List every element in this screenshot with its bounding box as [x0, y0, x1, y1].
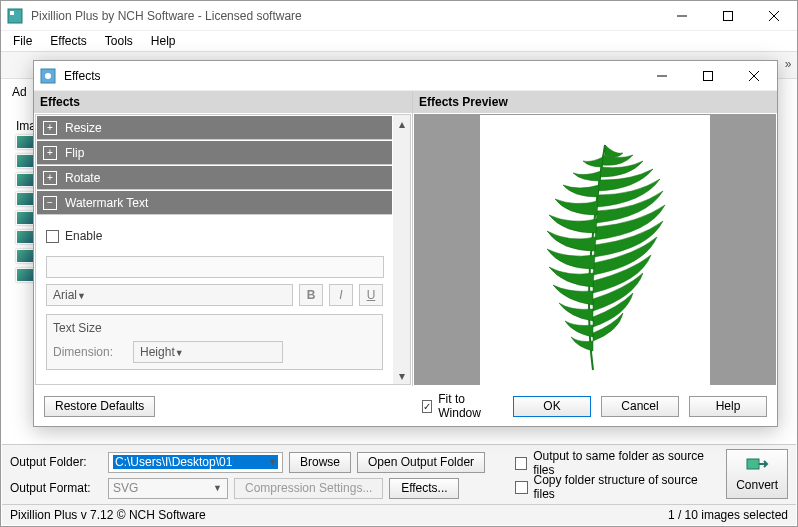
- checkbox-icon: [515, 481, 528, 494]
- preview-canvas: [480, 115, 710, 385]
- same-folder-checkbox-row[interactable]: Output to same folder as source files: [515, 451, 719, 475]
- thumbnail[interactable]: [16, 268, 34, 282]
- font-value: Arial: [53, 288, 77, 302]
- effects-scrollbar[interactable]: ▴ ▾: [393, 115, 410, 384]
- open-output-folder-button[interactable]: Open Output Folder: [357, 452, 485, 473]
- chevron-down-icon: ▼: [175, 345, 184, 359]
- thumbnail[interactable]: [16, 249, 34, 263]
- effect-item-rotate[interactable]: + Rotate: [37, 166, 392, 190]
- status-right: 1 / 10 images selected: [668, 508, 788, 522]
- dialog-titlebar: Effects: [34, 61, 777, 91]
- status-left: Pixillion Plus v 7.12 © NCH Software: [10, 508, 206, 522]
- convert-button[interactable]: Convert: [726, 449, 788, 499]
- output-folder-label: Output Folder:: [10, 455, 102, 469]
- effects-preview-header: Effects Preview: [413, 91, 777, 113]
- effect-label: Resize: [65, 121, 102, 135]
- help-button[interactable]: Help: [689, 396, 767, 417]
- menu-help[interactable]: Help: [143, 32, 184, 50]
- effects-dialog: Effects Effects + Resize + Flip +: [33, 60, 778, 427]
- thumbnail[interactable]: [16, 173, 34, 187]
- output-folder-select[interactable]: C:\Users\I\Desktop\01 ▼: [108, 452, 283, 473]
- dimension-select[interactable]: Height ▼: [133, 341, 283, 363]
- chevron-down-icon: ▼: [264, 454, 281, 471]
- convert-label: Convert: [736, 478, 778, 492]
- toolbar-overflow-icon[interactable]: »: [781, 57, 795, 71]
- ok-button[interactable]: OK: [513, 396, 591, 417]
- output-format-select[interactable]: SVG ▼: [108, 478, 228, 499]
- effect-item-watermark-text[interactable]: − Watermark Text: [37, 191, 392, 215]
- underline-button[interactable]: U: [359, 284, 383, 306]
- svg-rect-3: [724, 11, 733, 20]
- copy-structure-label: Copy folder structure of source files: [534, 473, 719, 501]
- output-format-value: SVG: [113, 481, 138, 495]
- svg-point-8: [45, 73, 51, 79]
- menu-tools[interactable]: Tools: [97, 32, 141, 50]
- fit-to-window-checkbox-row[interactable]: Fit to Window: [422, 394, 493, 418]
- scroll-down-icon[interactable]: ▾: [393, 367, 410, 384]
- svg-rect-6: [747, 459, 759, 469]
- text-size-label: Text Size: [53, 321, 376, 335]
- cancel-button[interactable]: Cancel: [601, 396, 679, 417]
- restore-defaults-button[interactable]: Restore Defaults: [44, 396, 155, 417]
- maximize-button[interactable]: [705, 1, 751, 31]
- output-folder-value: C:\Users\I\Desktop\01: [113, 455, 278, 469]
- svg-rect-10: [704, 71, 713, 80]
- menu-effects[interactable]: Effects: [42, 32, 94, 50]
- dialog-maximize-button[interactable]: [685, 61, 731, 91]
- checkbox-checked-icon: [422, 400, 432, 413]
- scroll-track[interactable]: [393, 132, 410, 367]
- compression-settings-button: Compression Settings...: [234, 478, 383, 499]
- add-label: Ad: [12, 85, 27, 99]
- close-button[interactable]: [751, 1, 797, 31]
- effect-item-flip[interactable]: + Flip: [37, 141, 392, 165]
- effect-item-resize[interactable]: + Resize: [37, 116, 392, 140]
- effect-label: Rotate: [65, 171, 100, 185]
- fit-to-window-label: Fit to Window: [438, 392, 493, 420]
- thumbnail[interactable]: [16, 192, 34, 206]
- menubar: File Effects Tools Help: [1, 31, 797, 51]
- dialog-footer: Restore Defaults Fit to Window OK Cancel…: [34, 386, 777, 426]
- collapse-icon: −: [43, 196, 57, 210]
- enable-label: Enable: [65, 229, 102, 243]
- thumbnail[interactable]: [16, 154, 34, 168]
- scroll-up-icon[interactable]: ▴: [393, 115, 410, 132]
- output-format-label: Output Format:: [10, 481, 102, 495]
- copy-structure-checkbox-row[interactable]: Copy folder structure of source files: [515, 475, 719, 499]
- dimension-value: Height: [140, 345, 175, 359]
- thumbnail[interactable]: [16, 211, 34, 225]
- dimension-label: Dimension:: [53, 345, 113, 359]
- thumbnail[interactable]: [16, 230, 34, 244]
- main-title: Pixillion Plus by NCH Software - License…: [29, 9, 659, 23]
- dialog-title: Effects: [62, 69, 639, 83]
- effect-label: Flip: [65, 146, 84, 160]
- menu-file[interactable]: File: [5, 32, 40, 50]
- preview-area: [414, 114, 776, 385]
- statusbar: Pixillion Plus v 7.12 © NCH Software 1 /…: [2, 504, 796, 525]
- text-size-group: Text Size Dimension: Height ▼: [46, 314, 383, 370]
- expand-icon: +: [43, 146, 57, 160]
- dialog-close-button[interactable]: [731, 61, 777, 91]
- watermark-text-panel: Enable Arial ▼ B I U: [36, 216, 393, 378]
- browse-button[interactable]: Browse: [289, 452, 351, 473]
- effects-list-header: Effects: [34, 91, 412, 113]
- bold-button[interactable]: B: [299, 284, 323, 306]
- enable-checkbox-row[interactable]: Enable: [46, 224, 383, 248]
- expand-icon: +: [43, 171, 57, 185]
- chevron-down-icon: ▼: [209, 480, 226, 497]
- convert-icon: [745, 456, 769, 476]
- bottom-panel: Output Folder: C:\Users\I\Desktop\01 ▼ B…: [2, 444, 796, 504]
- font-select[interactable]: Arial ▼: [46, 284, 293, 306]
- checkbox-icon: [515, 457, 527, 470]
- watermark-text-input[interactable]: [46, 256, 384, 278]
- minimize-button[interactable]: [659, 1, 705, 31]
- checkbox-icon: [46, 230, 59, 243]
- effects-button[interactable]: Effects...: [389, 478, 459, 499]
- svg-rect-1: [10, 11, 14, 15]
- dialog-minimize-button[interactable]: [639, 61, 685, 91]
- main-titlebar: Pixillion Plus by NCH Software - License…: [1, 1, 797, 31]
- app-icon: [1, 8, 29, 24]
- italic-button[interactable]: I: [329, 284, 353, 306]
- expand-icon: +: [43, 121, 57, 135]
- fern-image: [505, 125, 685, 375]
- thumbnail[interactable]: [16, 135, 34, 149]
